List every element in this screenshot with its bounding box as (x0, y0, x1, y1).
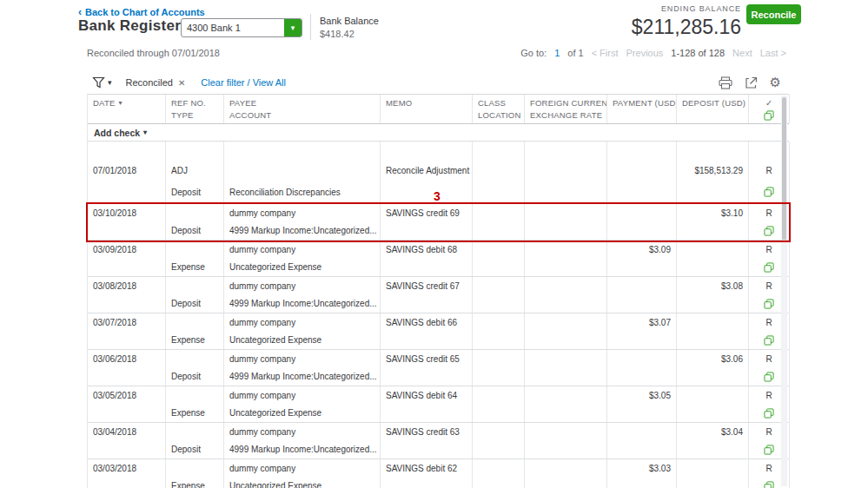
cell-ref-no (166, 459, 224, 477)
cell-memo: SAVINGS credit 65 (381, 350, 473, 367)
copy-icon[interactable] (764, 372, 774, 382)
cell-class (473, 277, 525, 294)
last-page-link[interactable]: Last > (760, 48, 786, 58)
cell-ref-no (166, 386, 224, 404)
cell-payee: dummy company (224, 313, 381, 331)
cell-date: 03/06/2018 (88, 350, 166, 367)
reconcile-button[interactable]: Reconcile (746, 4, 801, 24)
cell-account: Uncategorized Expense (224, 331, 381, 349)
cell-class (473, 241, 525, 258)
copy-icon[interactable] (764, 445, 774, 455)
bank-balance-label: Bank Balance (320, 16, 379, 26)
cell-ref-no: ADJ (166, 142, 224, 181)
batch-copy-icon[interactable] (764, 110, 774, 121)
add-check-row[interactable]: Add check ▾ (88, 124, 789, 142)
page-of-label: of 1 (567, 48, 583, 58)
header-foreign-currency: FOREIGN CURRENC (525, 95, 607, 110)
cell-location (473, 181, 525, 203)
header-account: ACCOUNT (224, 110, 381, 123)
table-row[interactable]: 3 03/03/2018 dummy company SAVINGS debit… (88, 459, 789, 488)
row-range-label: 1-128 of 128 (671, 48, 725, 58)
print-icon[interactable] (719, 76, 732, 89)
filter-chevron-down-icon[interactable]: ▾ (108, 78, 112, 87)
account-selector-dropdown-button[interactable]: ▾ (284, 19, 301, 36)
remove-filter-icon[interactable]: ✕ (178, 78, 185, 88)
chevron-down-icon: ▾ (291, 23, 295, 32)
checkmark-icon: ✓ (765, 98, 772, 108)
table-row[interactable]: 3 03/05/2018 dummy company SAVINGS debit… (88, 386, 789, 423)
cell-location (473, 294, 525, 313)
cell-type: Deposit (166, 367, 224, 386)
cell-memo: SAVINGS debit 64 (381, 386, 473, 404)
cell-memo: SAVINGS credit 69 (381, 204, 473, 221)
cell-class (473, 142, 525, 181)
cell-foreign-currency (525, 204, 607, 221)
bank-register-page: ‹Back to Chart of Accounts Bank Register… (0, 0, 868, 488)
page-title: Bank Register (78, 17, 181, 35)
cell-ref-no (166, 350, 224, 367)
vertical-scrollbar[interactable] (781, 96, 787, 486)
header-payment: PAYMENT (USD) (607, 95, 677, 110)
cell-date: 03/07/2018 (88, 313, 166, 331)
cell-foreign-currency (525, 142, 607, 181)
table-row[interactable]: 3 03/08/2018 dummy company SAVINGS credi… (88, 277, 789, 313)
cell-account: Uncategorized Expense (224, 258, 381, 276)
previous-page-link[interactable]: Previous (626, 48, 664, 58)
table-row[interactable]: 3 03/07/2018 dummy company SAVINGS debit… (88, 313, 789, 350)
next-page-link[interactable]: Next (732, 48, 752, 58)
cell-payment: $3.03 (607, 459, 677, 477)
account-selector[interactable]: 4300 Bank 1 ▾ (181, 18, 302, 37)
copy-icon[interactable] (764, 187, 774, 197)
cell-exchange-rate (525, 181, 607, 203)
copy-icon[interactable] (764, 408, 774, 419)
back-to-chart-of-accounts-link[interactable]: ‹Back to Chart of Accounts (78, 6, 205, 18)
ending-balance-label: ENDING BALANCE (632, 4, 741, 13)
clear-filter-link[interactable]: Clear filter / View All (201, 77, 286, 88)
bank-balance-value: $418.42 (320, 29, 379, 39)
cell-deposit: $3.04 (677, 423, 749, 440)
table-header: DATE ▾ REF NO. PAYEE MEMO CLASS FOREIGN … (88, 95, 789, 124)
cell-payment (607, 142, 677, 181)
table-row[interactable]: 3 03/06/2018 dummy company SAVINGS credi… (88, 350, 789, 386)
register-table: DATE ▾ REF NO. PAYEE MEMO CLASS FOREIGN … (87, 94, 789, 488)
pagination: Go to: 1 of 1 < First Previous 1-128 of … (520, 48, 786, 58)
cell-account: 4999 Markup Income:Uncategorized... (224, 221, 381, 240)
first-page-link[interactable]: < First (592, 48, 619, 58)
cell-account: 4999 Markup Income:Uncategorized... (224, 367, 381, 386)
gear-icon[interactable]: ⚙ (770, 76, 781, 89)
copy-icon[interactable] (764, 226, 774, 236)
cell-type: Expense (166, 258, 224, 276)
cell-deposit (677, 241, 749, 258)
header-ref-no: REF NO. (166, 95, 224, 110)
cell-location (473, 258, 525, 276)
cell-memo: SAVINGS debit 68 (381, 241, 473, 258)
cell-foreign-currency (525, 459, 607, 477)
header-type: TYPE (166, 110, 224, 123)
table-row[interactable]: 3 03/09/2018 dummy company SAVINGS debit… (88, 241, 789, 277)
cell-memo: SAVINGS credit 63 (381, 423, 473, 440)
filter-funnel-icon[interactable] (92, 76, 105, 89)
cell-memo: SAVINGS debit 66 (381, 313, 473, 331)
cell-exchange-rate (525, 440, 607, 458)
copy-icon[interactable] (764, 335, 774, 346)
cell-payment: $3.09 (607, 241, 677, 258)
copy-icon[interactable] (764, 262, 774, 273)
header-class: CLASS (473, 95, 525, 110)
chevron-left-icon: ‹ (78, 6, 82, 18)
cell-exchange-rate (525, 331, 607, 349)
cell-type: Deposit (166, 181, 224, 203)
cell-ref-no (166, 277, 224, 294)
cell-type: Deposit (166, 221, 224, 240)
page-number-input[interactable]: 1 (554, 48, 560, 58)
header-date[interactable]: DATE ▾ (88, 95, 166, 110)
cell-class (473, 386, 525, 404)
cell-payment: $3.05 (607, 386, 677, 404)
copy-icon[interactable] (764, 299, 774, 309)
table-row[interactable]: 3 03/10/2018 dummy company SAVINGS credi… (88, 204, 789, 241)
table-row[interactable]: 3 03/04/2018 dummy company SAVINGS credi… (88, 423, 789, 459)
export-icon[interactable] (745, 76, 758, 89)
cell-payment (607, 204, 677, 221)
ending-balance-value: $211,285.16 (632, 16, 741, 39)
copy-icon[interactable] (764, 481, 774, 488)
cell-account: Uncategorized Expense (224, 404, 381, 422)
